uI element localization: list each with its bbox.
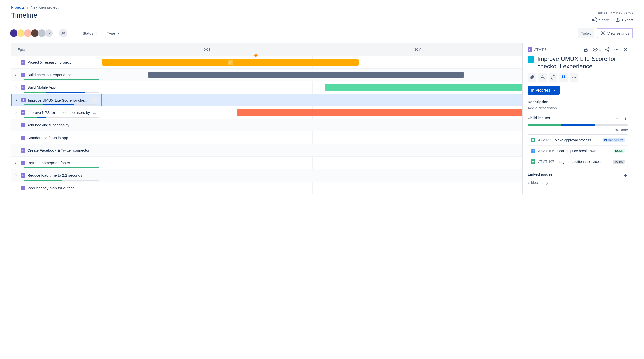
expand-chevron[interactable] (15, 99, 19, 102)
share-button[interactable]: Share (592, 17, 609, 23)
child-status[interactable]: TO DO (613, 160, 625, 164)
epic-bar[interactable] (148, 72, 464, 78)
attach-button[interactable] (528, 73, 536, 82)
unlock-icon[interactable] (583, 47, 588, 52)
timeline-row[interactable] (102, 81, 522, 94)
timeline-row[interactable] (102, 131, 522, 144)
issue-color[interactable] (528, 56, 534, 63)
child-key: ATMT-107 (538, 160, 554, 164)
close-icon[interactable] (623, 47, 628, 52)
epic-icon (21, 60, 25, 65)
epic-column-header: Epic (11, 43, 102, 56)
svg-rect-15 (543, 78, 544, 79)
done-percent: 33% Done (528, 128, 628, 132)
more-apps-button[interactable] (570, 73, 578, 82)
epic-icon (21, 85, 25, 90)
svg-point-2 (595, 21, 596, 22)
add-child-button[interactable] (92, 97, 98, 103)
breadcrumb: Projects / Next-gen project (11, 5, 633, 9)
timeline-row[interactable] (102, 119, 522, 131)
svg-point-20 (617, 118, 618, 119)
timeline-row[interactable] (102, 169, 522, 182)
child-status[interactable]: DONE (614, 149, 625, 153)
epic-bar[interactable] (237, 109, 522, 116)
story-icon (531, 159, 535, 164)
status-dropdown[interactable]: In Progress (528, 86, 560, 95)
timeline-row[interactable] (102, 157, 522, 169)
add-child-button[interactable] (623, 117, 628, 121)
description-label: Description (528, 100, 628, 104)
epic-row[interactable]: Improve UMUX Lite Score for che... (11, 94, 102, 106)
link-button[interactable] (549, 73, 557, 82)
avatar-more[interactable]: +2 (45, 29, 53, 37)
issue-key[interactable]: ATMT-34 (528, 47, 549, 52)
expand-chevron[interactable] (14, 174, 19, 177)
linked-issues-label: Linked issues (528, 172, 553, 176)
epic-bar[interactable] (102, 59, 359, 66)
avatar-group[interactable]: +2 (11, 29, 53, 37)
child-issue-row[interactable]: ATMT-107Integrate additional servicesTO … (528, 156, 628, 167)
expand-chevron[interactable] (14, 161, 19, 164)
watch-button[interactable]: 1 (593, 47, 601, 52)
timeline-row[interactable] (102, 56, 522, 69)
epic-row[interactable]: Build Mobile App (11, 81, 102, 94)
updated-time: UPDATED 2 DAYS AGO (592, 11, 633, 15)
epic-row[interactable]: Reduce load time to 2.2 seconds (11, 169, 102, 182)
epic-row[interactable]: Project X research project (11, 56, 102, 69)
more-icon[interactable] (614, 47, 619, 52)
child-issue-row[interactable]: ATMT-106clear-up price breakdownDONE (528, 146, 628, 156)
epic-icon (528, 47, 532, 52)
svg-point-0 (595, 18, 596, 19)
child-status[interactable]: IN PROGRESS (603, 138, 625, 142)
epic-icon (21, 161, 25, 165)
epic-icon (21, 136, 25, 140)
child-issue-row[interactable]: ATMT-95Make approval process ...IN PROGR… (528, 135, 628, 146)
svg-point-3 (62, 32, 64, 33)
export-button[interactable]: Export (615, 17, 633, 22)
svg-point-16 (572, 77, 573, 78)
today-button[interactable]: Today (578, 28, 594, 38)
svg-point-4 (602, 33, 603, 34)
epic-progress (24, 79, 99, 80)
epic-row[interactable]: Redundancy plan for outage (11, 182, 102, 194)
linked-relation: is blocked by (528, 181, 628, 185)
epic-bar[interactable] (325, 84, 522, 91)
dropbox-button[interactable] (559, 73, 568, 82)
add-linked-button[interactable] (623, 173, 628, 178)
epic-icon (21, 123, 25, 127)
breadcrumb-projects[interactable]: Projects (11, 5, 25, 9)
expand-chevron[interactable] (14, 86, 19, 89)
status-filter[interactable]: Status (81, 30, 100, 37)
epic-row[interactable]: Refresh homepage footer (11, 157, 102, 169)
timeline-row[interactable] (102, 182, 522, 194)
share-icon[interactable] (605, 47, 610, 52)
epic-progress (24, 167, 99, 168)
epic-title: Reduce load time to 2.2 seconds (27, 173, 99, 177)
svg-point-8 (606, 49, 607, 50)
epic-row[interactable]: Improve NPS for mobile app users by 1... (11, 106, 102, 119)
epic-row[interactable]: Add booking functionality (11, 119, 102, 131)
svg-point-11 (616, 49, 617, 50)
issue-title[interactable]: Improve UMUX Lite Score for checkout exp… (537, 55, 628, 70)
breadcrumb-separator: / (27, 5, 28, 9)
breadcrumb-current[interactable]: Next-gen project (31, 5, 58, 9)
expand-chevron[interactable] (14, 111, 19, 114)
epic-row[interactable]: Create Facebook & Twitter connector (11, 144, 102, 157)
child-issue-button[interactable] (538, 73, 547, 82)
sort-child-button[interactable] (615, 117, 620, 121)
epic-title: Standardize fonts in app (27, 136, 99, 140)
export-icon (615, 17, 620, 22)
expand-chevron[interactable] (14, 73, 19, 76)
timeline-row[interactable] (102, 69, 522, 81)
timeline-row[interactable] (102, 106, 522, 119)
type-filter[interactable]: Type (105, 30, 122, 37)
description-field[interactable]: Add a description... (528, 106, 628, 110)
epic-row[interactable]: Standardize fonts in app (11, 131, 102, 144)
view-settings-button[interactable]: View settings (597, 28, 633, 38)
add-user-button[interactable] (59, 29, 67, 37)
epic-row[interactable]: Build checkout experience (11, 69, 102, 81)
timeline-row[interactable] (102, 144, 522, 157)
svg-point-19 (616, 118, 617, 119)
svg-rect-13 (542, 76, 543, 77)
timeline-row[interactable] (102, 94, 522, 106)
